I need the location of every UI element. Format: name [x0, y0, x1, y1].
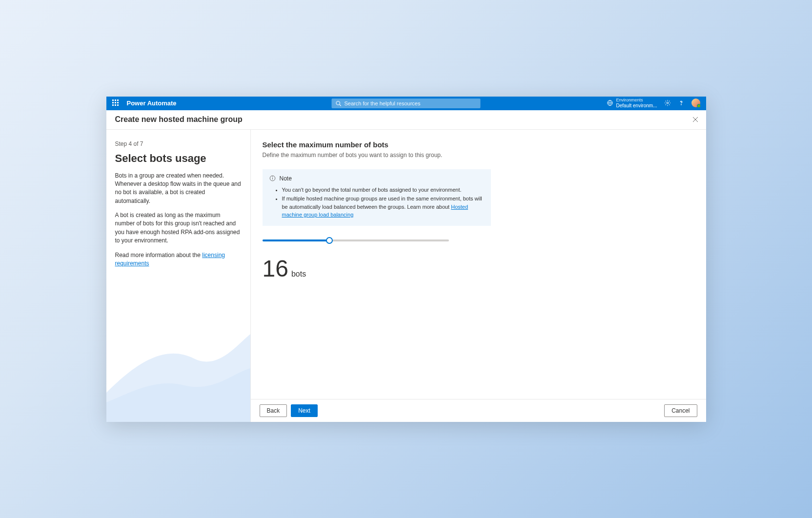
cancel-button[interactable]: Cancel: [664, 404, 697, 417]
svg-line-1: [340, 104, 341, 106]
app-launcher-icon[interactable]: [112, 100, 120, 107]
decorative-wave: [106, 315, 250, 422]
bot-count-unit: bots: [291, 270, 306, 279]
search-input[interactable]: [345, 100, 477, 106]
settings-icon[interactable]: [664, 100, 671, 106]
app-name: Power Automate: [127, 100, 177, 107]
step-indicator: Step 4 of 7: [115, 140, 242, 147]
svg-point-5: [667, 102, 669, 104]
back-button[interactable]: Back: [260, 404, 287, 417]
close-button[interactable]: [691, 116, 699, 123]
sidebar-para-2: A bot is created as long as the maximum …: [115, 211, 242, 245]
step-heading: Select bots usage: [115, 152, 242, 165]
svg-point-0: [336, 101, 340, 105]
sidebar-para-3: Read more information about the licensin…: [115, 251, 242, 268]
bot-count-display: 16 bots: [263, 255, 694, 282]
svg-point-6: [681, 105, 681, 105]
note-callout: Note You can't go beyond the total numbe…: [263, 169, 491, 226]
search-box[interactable]: [332, 99, 481, 108]
wizard-sidebar: Step 4 of 7 Select bots usage Bots in a …: [106, 130, 251, 422]
content-heading: Select the maximum number of bots: [263, 140, 694, 149]
environment-picker[interactable]: Environments Default environm...: [607, 98, 657, 108]
environment-label: Environments: [616, 98, 657, 103]
search-icon: [336, 100, 342, 106]
wizard-footer: Back Next Cancel: [251, 399, 706, 422]
environment-icon: [607, 100, 613, 106]
bot-count-number: 16: [263, 255, 288, 282]
panel-title-bar: Create new hosted machine group: [106, 110, 706, 130]
next-button[interactable]: Next: [291, 404, 318, 417]
app-header: Power Automate Environments Default envi…: [106, 97, 706, 110]
app-window: Power Automate Environments Default envi…: [106, 97, 706, 422]
svg-point-11: [272, 177, 273, 177]
help-icon[interactable]: [678, 100, 685, 106]
note-title: Note: [280, 175, 292, 182]
info-icon: [269, 175, 276, 181]
main-area: Step 4 of 7 Select bots usage Bots in a …: [106, 130, 706, 422]
slider-thumb[interactable]: [326, 237, 333, 244]
wizard-content: Select the maximum number of bots Define…: [251, 130, 706, 422]
content-subheading: Define the maximum number of bots you wa…: [263, 152, 694, 159]
sidebar-para-3-text: Read more information about the: [115, 252, 203, 259]
sidebar-para-1: Bots in a group are created when needed.…: [115, 172, 242, 206]
environment-name: Default environm...: [616, 103, 657, 108]
panel-title: Create new hosted machine group: [115, 115, 243, 124]
user-avatar[interactable]: [691, 99, 700, 107]
note-item-2: If multiple hosted machine group groups …: [282, 195, 484, 219]
note-item-1: You can't go beyond the total number of …: [282, 186, 484, 194]
bots-slider[interactable]: [263, 239, 449, 241]
